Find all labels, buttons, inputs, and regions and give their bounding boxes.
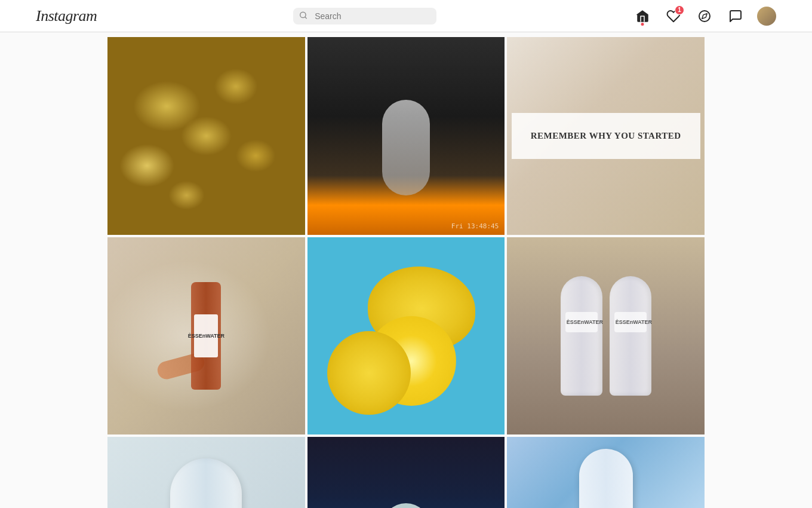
grid-item-big-bottle[interactable] bbox=[107, 437, 305, 508]
main-content: Fri 13:48:45 REMEMBER WHY YOU STARTED bbox=[107, 32, 705, 508]
grid-item-lemons-blue[interactable] bbox=[307, 237, 505, 435]
esse-bottle-hand bbox=[191, 282, 221, 390]
search-icon bbox=[299, 11, 307, 21]
grid-item-person-bottle[interactable]: Fri 13:48:45 bbox=[307, 37, 505, 235]
profile-avatar[interactable] bbox=[757, 7, 776, 26]
logo[interactable]: Instagram bbox=[36, 7, 97, 25]
svg-line-1 bbox=[305, 17, 307, 19]
grid-item-lemons-box[interactable] bbox=[107, 37, 305, 235]
grid-item-esse-two[interactable] bbox=[507, 237, 705, 435]
messages-button[interactable] bbox=[726, 7, 745, 26]
notifications-button[interactable]: 1 bbox=[664, 7, 683, 26]
grid-item-motivational[interactable]: REMEMBER WHY YOU STARTED bbox=[507, 37, 705, 235]
timestamp-label: Fri 13:48:45 bbox=[451, 222, 499, 230]
home-button[interactable] bbox=[633, 7, 652, 26]
search-input[interactable] bbox=[293, 8, 436, 25]
grid-item-bottle-sky[interactable]: REAL FRUIT + ESSENTIAL OIL bbox=[507, 437, 705, 508]
explore-button[interactable] bbox=[695, 7, 714, 26]
grid-item-hand-dark[interactable]: REAL FRUIT + ESSENTIAL OIL bbox=[307, 437, 505, 508]
navbar: Instagram 1 bbox=[0, 0, 812, 32]
home-dot bbox=[641, 23, 644, 26]
search-wrapper bbox=[293, 8, 436, 25]
svg-point-2 bbox=[699, 11, 710, 22]
photo-grid: Fri 13:48:45 REMEMBER WHY YOU STARTED bbox=[107, 37, 705, 508]
navbar-icons: 1 bbox=[633, 7, 776, 26]
grid-item-esse-hand[interactable] bbox=[107, 237, 305, 435]
notification-badge: 1 bbox=[675, 5, 684, 15]
